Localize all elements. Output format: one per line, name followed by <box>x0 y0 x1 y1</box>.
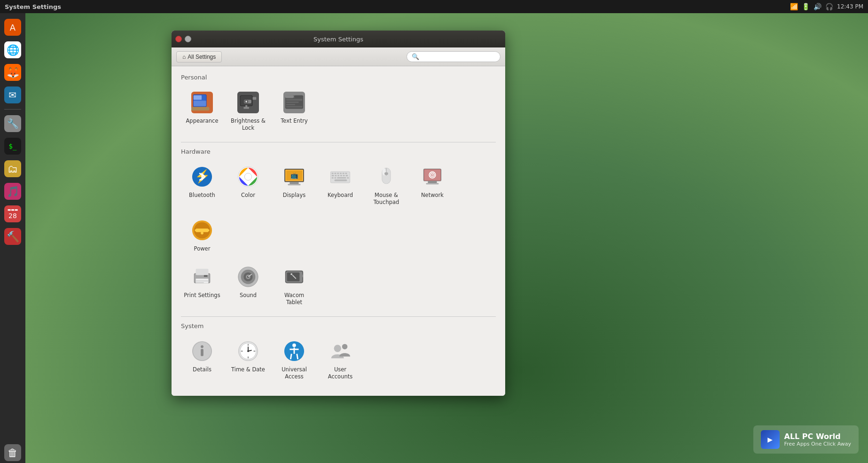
sidebar-divider-1 <box>4 109 21 110</box>
svg-point-105 <box>247 350 249 352</box>
wacom-tablet-icon-wrapper <box>283 266 305 288</box>
topbar-right: 📶 🔋 🔊 🎧 12:43 PM <box>790 3 863 10</box>
sidebar-item-terminal[interactable]: $_ <box>2 136 23 157</box>
all-settings-label: All Settings <box>188 54 216 60</box>
network-item[interactable]: Network <box>411 161 454 211</box>
svg-rect-88 <box>287 272 300 281</box>
search-icon: 🔍 <box>412 53 419 60</box>
displays-label: Displays <box>283 192 305 199</box>
sidebar-item-tools[interactable]: 🔧 <box>2 113 23 134</box>
svg-point-91 <box>290 273 292 275</box>
svg-rect-62 <box>428 181 437 183</box>
system-items-grid: Details <box>181 335 496 385</box>
watermark-logo: ▶ <box>761 430 780 449</box>
svg-rect-22 <box>286 104 295 105</box>
svg-rect-95 <box>201 349 203 356</box>
sidebar-item-chrome[interactable]: 🌐 <box>2 39 23 60</box>
wacom-tablet-item[interactable]: Wacom Tablet <box>273 261 315 311</box>
divider-personal-hardware <box>181 142 496 142</box>
svg-rect-58 <box>384 172 388 175</box>
chrome-icon: 🌐 <box>4 41 21 58</box>
displays-item[interactable]: 📺 Displays <box>273 161 315 211</box>
power-icon-wrapper <box>191 219 213 242</box>
keyboard-label: Keyboard <box>328 192 353 199</box>
battery-icon: 🔋 <box>802 3 810 10</box>
terminal-icon: $_ <box>4 138 21 155</box>
svg-rect-79 <box>196 282 204 283</box>
personal-items-grid: Appearance <box>181 86 496 136</box>
svg-rect-21 <box>286 102 299 103</box>
svg-point-14 <box>245 101 247 102</box>
svg-point-109 <box>342 344 348 349</box>
svg-rect-71 <box>206 229 210 231</box>
appearance-icon <box>191 91 213 114</box>
topbar-app-title: System Settings <box>5 3 61 10</box>
svg-point-108 <box>334 345 341 352</box>
sidebar-item-ubuntu[interactable]: A <box>2 17 23 38</box>
svg-text:📺: 📺 <box>290 172 298 180</box>
details-label: Details <box>193 366 211 373</box>
sidebar-item-settings-launcher[interactable]: 🔨 <box>2 226 23 247</box>
bluetooth-icon-wrapper: ⚡ <box>191 165 213 188</box>
mouse-touchpad-icon-wrapper <box>375 165 398 188</box>
sidebar-item-email[interactable]: ✉ <box>2 85 23 105</box>
window-content: Personal <box>172 66 505 396</box>
svg-rect-53 <box>335 180 347 181</box>
svg-rect-70 <box>195 229 199 231</box>
text-entry-item[interactable]: Text Entry <box>273 86 315 136</box>
universal-access-icon-wrapper <box>283 340 305 362</box>
watermark-logo-text: ▶ <box>767 436 773 443</box>
svg-rect-48 <box>346 175 348 176</box>
hardware-items-grid-1: ⚡ Bluetooth <box>181 161 496 257</box>
bluetooth-item[interactable]: ⚡ Bluetooth <box>181 161 223 211</box>
window-titlebar: System Settings <box>172 31 505 47</box>
hardware-section: Hardware ⚡ Bluetooth <box>181 148 496 311</box>
trash-icon: 🗑 <box>4 444 21 461</box>
all-settings-button[interactable]: ⌂ All Settings <box>176 51 222 63</box>
headphone-icon: 🎧 <box>825 3 833 10</box>
svg-point-72 <box>201 232 203 235</box>
details-item[interactable]: Details <box>181 335 223 385</box>
network-label: Network <box>421 192 444 199</box>
mouse-touchpad-item[interactable]: Mouse & Touchpad <box>365 161 407 211</box>
brightness-lock-label: Brightness & Lock <box>230 118 266 132</box>
power-item[interactable]: Power <box>181 214 223 257</box>
desktop: System Settings 📶 🔋 🔊 🎧 12:43 PM A 🌐 🦊 ✉… <box>0 0 868 463</box>
print-settings-item[interactable]: Print Settings <box>181 261 223 311</box>
appearance-item[interactable]: Appearance <box>181 86 223 136</box>
sidebar-item-firefox[interactable]: 🦊 <box>2 62 23 83</box>
search-input[interactable] <box>422 53 495 60</box>
displays-icon-wrapper: 📺 <box>283 165 305 188</box>
svg-rect-47 <box>343 175 345 176</box>
color-label: Color <box>241 192 255 199</box>
sidebar-item-trash[interactable]: 🗑 <box>2 442 23 463</box>
sidebar-item-music[interactable]: 🎵 <box>2 181 23 202</box>
svg-rect-4 <box>194 95 202 100</box>
svg-rect-45 <box>337 175 339 176</box>
sidebar-item-calendar[interactable]: ▬▬▬ 28 <box>2 204 23 224</box>
close-button[interactable] <box>175 36 182 42</box>
minimize-button[interactable] <box>185 36 191 42</box>
sidebar-item-files[interactable]: 🗂 <box>2 158 23 179</box>
search-bar[interactable]: 🔍 <box>407 51 500 62</box>
sound-item[interactable]: Sound <box>227 261 269 311</box>
brightness-lock-item[interactable]: Brightness & Lock <box>227 86 269 136</box>
color-item[interactable]: Color <box>227 161 269 211</box>
svg-rect-32 <box>288 184 301 185</box>
sidebar: A 🌐 🦊 ✉ 🔧 $_ 🗂 🎵 ▬▬▬ 28 <box>0 13 25 463</box>
svg-point-107 <box>292 343 296 347</box>
ubuntu-icon: A <box>4 19 21 36</box>
user-accounts-label: User Accounts <box>322 366 359 380</box>
time-date-item[interactable]: Time & Date <box>227 335 269 385</box>
audio-icon: 🔊 <box>813 3 821 10</box>
keyboard-item[interactable]: Keyboard <box>319 161 361 211</box>
svg-point-27 <box>244 173 251 180</box>
system-section: System Details <box>181 322 496 385</box>
svg-rect-46 <box>340 175 342 176</box>
home-icon: ⌂ <box>182 54 186 60</box>
universal-access-item[interactable]: Universal Access <box>273 335 315 385</box>
svg-rect-63 <box>426 183 439 184</box>
personal-section: Personal <box>181 74 496 136</box>
svg-rect-38 <box>335 173 336 174</box>
user-accounts-item[interactable]: User Accounts <box>319 335 361 385</box>
